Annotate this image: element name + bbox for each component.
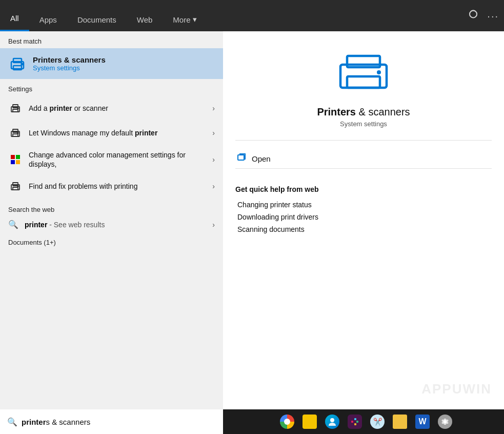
- svg-rect-20: [13, 187, 18, 190]
- more-chevron-icon: ▾: [193, 15, 197, 24]
- add-printer-chevron: ›: [212, 104, 215, 112]
- fix-printing-chevron: ›: [212, 182, 215, 190]
- web-search-chevron: ›: [212, 221, 215, 229]
- svg-rect-32: [356, 421, 358, 423]
- svg-point-13: [17, 132, 18, 133]
- web-search-text: printer - See web results: [25, 221, 208, 229]
- taskbar: 🔍 printers & scanners: [0, 409, 504, 434]
- default-printer-icon: [8, 126, 23, 140]
- search-icon: 🔍: [8, 220, 18, 229]
- people-taskbar-icon[interactable]: [323, 412, 341, 431]
- best-match-label: Best match: [0, 31, 223, 48]
- divider-2: [235, 168, 492, 169]
- color-mgmt-text: Change advanced color management setting…: [29, 150, 208, 169]
- quick-help-link-3[interactable]: Scanning documents: [235, 223, 492, 235]
- default-printer-text: Let Windows manage my default printer: [29, 128, 208, 137]
- svg-point-28: [330, 418, 334, 422]
- divider-1: [235, 140, 492, 141]
- web-search-item[interactable]: 🔍 printer - See web results ›: [0, 215, 223, 233]
- settings-taskbar-icon[interactable]: [436, 412, 454, 431]
- best-match-subtitle: System settings: [33, 64, 106, 72]
- printer-icon: [8, 54, 27, 73]
- settings-default-printer[interactable]: Let Windows manage my default printer ›: [0, 121, 223, 145]
- svg-rect-4: [13, 66, 22, 70]
- top-nav: All Apps Documents Web More ▾ ···: [0, 0, 504, 31]
- right-printer-icon-area: [333, 47, 394, 98]
- svg-rect-14: [11, 155, 15, 159]
- add-printer-icon: [8, 101, 23, 115]
- tab-all[interactable]: All: [0, 0, 29, 31]
- tab-apps[interactable]: Apps: [29, 0, 67, 31]
- open-action[interactable]: Open: [235, 149, 492, 168]
- svg-point-21: [17, 186, 18, 187]
- taskbar-search-icon: 🔍: [7, 417, 17, 427]
- tab-documents[interactable]: Documents: [67, 0, 127, 31]
- settings-color-mgmt[interactable]: Change advanced color management setting…: [0, 145, 223, 174]
- quick-help-title: Get quick help from web: [235, 185, 492, 193]
- snipping-tool-taskbar-icon[interactable]: ✂️: [368, 412, 387, 431]
- documents-label: Documents (1+): [0, 233, 223, 249]
- settings-section: Settings Add a printer or scanner ›: [0, 79, 223, 201]
- svg-rect-16: [11, 160, 15, 164]
- quick-help-link-2[interactable]: Downloading print drivers: [235, 211, 492, 223]
- taskbar-icons: ✂️ W: [223, 412, 504, 431]
- settings-add-printer[interactable]: Add a printer or scanner ›: [0, 96, 223, 121]
- default-printer-chevron: ›: [212, 129, 215, 137]
- svg-point-25: [377, 70, 381, 74]
- svg-rect-7: [13, 105, 18, 108]
- settings-fix-printing[interactable]: Find and fix problems with printing ›: [0, 174, 223, 199]
- svg-point-5: [22, 64, 23, 65]
- best-match-title: Printers & scanners: [33, 55, 106, 64]
- best-match-item[interactable]: Printers & scanners System settings: [0, 48, 223, 79]
- slack-taskbar-icon[interactable]: [346, 412, 364, 431]
- fix-printing-icon: [8, 179, 23, 193]
- svg-point-9: [17, 108, 18, 109]
- tab-web[interactable]: Web: [127, 0, 163, 31]
- web-section-label: Search the web: [0, 201, 223, 215]
- open-icon: [237, 153, 247, 164]
- sticky-notes-taskbar-icon[interactable]: [300, 412, 319, 431]
- nav-right-icons: ···: [468, 9, 499, 22]
- main-content: Best match Printers & scanners System se…: [0, 31, 504, 409]
- settings-section-label: Settings: [0, 79, 223, 96]
- svg-rect-3: [13, 58, 22, 63]
- chrome-taskbar-icon[interactable]: [278, 412, 296, 431]
- nav-tabs: All Apps Documents Web More ▾: [0, 0, 207, 31]
- fix-printing-text: Find and fix problems with printing: [29, 182, 208, 191]
- svg-rect-12: [13, 134, 18, 136]
- search-input-text: printers & scanners: [22, 418, 90, 426]
- web-section: Search the web 🔍 printer - See web resul…: [0, 201, 223, 233]
- svg-rect-29: [351, 421, 353, 423]
- right-subtitle: System settings: [340, 120, 387, 128]
- watermark: APPUWIN: [421, 381, 492, 397]
- svg-rect-19: [13, 183, 18, 186]
- svg-rect-15: [16, 155, 20, 159]
- feedback-button[interactable]: [468, 9, 479, 22]
- more-options-button[interactable]: ···: [487, 11, 499, 21]
- left-panel: Best match Printers & scanners System se…: [0, 31, 223, 409]
- svg-rect-24: [347, 76, 380, 88]
- file-explorer-taskbar-icon[interactable]: [391, 412, 409, 431]
- quick-help-link-1[interactable]: Changing printer status: [235, 199, 492, 211]
- svg-rect-11: [13, 129, 18, 132]
- right-title: Printers & scanners: [317, 106, 410, 118]
- color-mgmt-chevron: ›: [212, 155, 215, 164]
- right-panel: Printers & scanners System settings Open…: [223, 31, 504, 409]
- search-bar[interactable]: 🔍 printers & scanners: [0, 409, 223, 434]
- add-printer-text: Add a printer or scanner: [29, 104, 208, 113]
- word-taskbar-icon[interactable]: W: [413, 412, 432, 431]
- svg-rect-27: [238, 155, 244, 160]
- best-match-text: Printers & scanners System settings: [33, 55, 106, 72]
- open-label: Open: [252, 154, 271, 163]
- svg-rect-31: [354, 423, 356, 425]
- svg-rect-8: [13, 109, 18, 112]
- svg-rect-30: [354, 418, 356, 420]
- color-mgmt-icon: [8, 152, 23, 167]
- svg-rect-17: [16, 160, 20, 164]
- tab-more[interactable]: More ▾: [163, 0, 207, 31]
